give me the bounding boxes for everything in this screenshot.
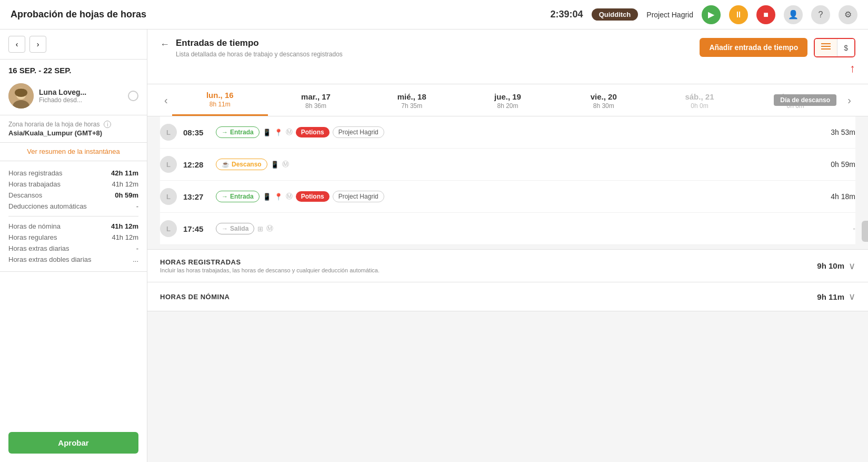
entry-tags-4: → Salida ⊞ Ⓜ bbox=[216, 223, 812, 234]
table-row: L 12:28 ☕ Descanso 📱 Ⓜ 0h 59m bbox=[160, 149, 855, 181]
day-hours-thu: 8h 20m bbox=[464, 102, 551, 110]
avatar: L bbox=[160, 156, 177, 173]
double-extra-value: ... bbox=[133, 255, 138, 263]
registered-label: Horas registradas bbox=[8, 169, 63, 177]
play-button[interactable]: ▶ bbox=[702, 5, 721, 24]
double-extra-label: Horas extras dobles diarias bbox=[8, 255, 92, 263]
back-arrow[interactable]: ← bbox=[160, 39, 169, 50]
info-icon: i bbox=[104, 121, 111, 128]
payroll-hours-row: Horas de nómina 41h 12m bbox=[8, 221, 138, 232]
registered-value: 42h 11m bbox=[111, 169, 138, 177]
daily-extra-row: Horas extras diarias - bbox=[8, 243, 138, 254]
page-title: Aprobación de hojas de horas bbox=[11, 9, 542, 20]
project-name: Project Hagrid bbox=[646, 11, 693, 19]
sidebar: ‹ › 16 SEP. - 22 SEP. Luna Loveg... Fich… bbox=[0, 30, 147, 462]
entry-time-1: 08:35 bbox=[183, 128, 209, 137]
content-header-info: Entradas de tiempo Lista detallada de ho… bbox=[176, 38, 693, 58]
next-week-button[interactable]: › bbox=[29, 36, 46, 53]
add-entry-button[interactable]: Añadir entrada de tiempo bbox=[700, 38, 807, 57]
svg-rect-5 bbox=[821, 43, 831, 44]
entry-duration-3: 4h 18m bbox=[819, 192, 855, 201]
entry-duration-2: 0h 59m bbox=[819, 160, 855, 169]
summary-header-payroll: HORAS DE NÓMINA 9h 11m ∨ bbox=[160, 291, 855, 302]
memo-icon-2: Ⓜ bbox=[282, 160, 289, 169]
user-info: Luna Loveg... Fichado desd... bbox=[39, 88, 123, 104]
day-col-wed[interactable]: mié., 18 7h 35m bbox=[364, 86, 460, 116]
expand-registered-button[interactable]: ∨ bbox=[849, 260, 855, 272]
stop-button[interactable]: ■ bbox=[756, 5, 775, 24]
registered-hours-row: Horas registradas 42h 11m bbox=[8, 168, 138, 179]
potions-tag-1: Potions bbox=[296, 127, 330, 137]
entry-duration-1: 3h 53m bbox=[819, 128, 855, 136]
day-nav-days: lun., 16 8h 11m mar., 17 8h 36m mié., 18… bbox=[172, 84, 844, 116]
entry-time-3: 13:27 bbox=[183, 192, 209, 201]
entry-type-entrada-2: → Entrada bbox=[216, 191, 260, 202]
dollar-icon: $ bbox=[844, 44, 848, 52]
svg-rect-7 bbox=[821, 48, 831, 50]
date-range: 16 SEP. - 22 SEP. bbox=[0, 60, 147, 79]
table-row: L 17:45 → Salida ⊞ Ⓜ - bbox=[160, 213, 855, 245]
mobile-icon-1: 📱 bbox=[263, 129, 271, 136]
avatar: L bbox=[160, 188, 177, 205]
view-toggle-group: $ bbox=[814, 38, 855, 57]
avatar bbox=[8, 83, 34, 109]
content-header: ← Entradas de tiempo Lista detallada de … bbox=[147, 30, 868, 84]
day-hours-wed: 7h 35m bbox=[368, 102, 455, 110]
entry-type-descanso: ☕ Descanso bbox=[216, 159, 267, 170]
day-name-wed: mié., 18 bbox=[368, 92, 455, 101]
prev-day-button[interactable]: ‹ bbox=[160, 90, 172, 111]
day-name-fri: vie., 20 bbox=[560, 92, 647, 101]
deductions-label: Deducciones automáticas bbox=[8, 202, 87, 210]
day-hours-fri: 8h 30m bbox=[560, 102, 647, 110]
location-icon-3: 📍 bbox=[274, 193, 283, 201]
avatar: L bbox=[160, 220, 177, 237]
day-col-thu[interactable]: jue., 19 8h 20m bbox=[460, 86, 555, 116]
sidebar-stats: Horas registradas 42h 11m Horas trabajad… bbox=[0, 161, 147, 272]
svg-rect-6 bbox=[821, 46, 831, 47]
day-col-sat[interactable]: sáb., 21 0h 0m bbox=[652, 86, 747, 116]
memo-icon-3: Ⓜ bbox=[286, 192, 293, 201]
breaks-row: Descansos 0h 59m bbox=[8, 190, 138, 201]
mobile-icon-3: 📱 bbox=[263, 193, 271, 201]
pause-button[interactable]: ⏸ bbox=[729, 5, 748, 24]
main-layout: ‹ › 16 SEP. - 22 SEP. Luna Loveg... Fich… bbox=[0, 30, 868, 462]
list-view-button[interactable] bbox=[815, 39, 837, 56]
snapshot-link[interactable]: Ver resumen de la instantánea bbox=[0, 143, 147, 161]
day-name-thu: jue., 19 bbox=[464, 92, 551, 101]
payroll-label: Horas de nómina bbox=[8, 222, 61, 230]
double-extra-row: Horas extras dobles diarias ... bbox=[8, 254, 138, 265]
user-name: Luna Loveg... bbox=[39, 88, 123, 96]
list-view-icon bbox=[821, 43, 831, 52]
settings-button[interactable]: ⚙ bbox=[839, 5, 857, 24]
day-hours-tue: 8h 36m bbox=[272, 102, 360, 110]
location-icon-1: 📍 bbox=[274, 129, 283, 136]
day-col-mon[interactable]: lun., 16 8h 11m bbox=[172, 84, 268, 116]
deductions-row: Deducciones automáticas - bbox=[8, 201, 138, 212]
day-col-tue[interactable]: mar., 17 8h 36m bbox=[268, 86, 364, 116]
prev-week-button[interactable]: ‹ bbox=[8, 36, 25, 53]
day-col-fri[interactable]: vie., 20 8h 30m bbox=[556, 86, 652, 116]
salida-arrow-icon: → bbox=[222, 225, 228, 232]
help-button[interactable]: ? bbox=[811, 5, 830, 24]
user-button[interactable]: 👤 bbox=[784, 5, 803, 24]
entry-time-4: 17:45 bbox=[183, 224, 209, 233]
day-name-sat: sáb., 21 bbox=[656, 92, 743, 101]
payroll-hours-summary: HORAS DE NÓMINA 9h 11m ∨ bbox=[147, 282, 868, 311]
mobile-icon-2: 📱 bbox=[271, 161, 279, 169]
day-hours-mon: 8h 11m bbox=[176, 101, 264, 108]
dollar-view-button[interactable]: $ bbox=[837, 39, 854, 56]
project-tag-1: Project Hagrid bbox=[333, 126, 384, 138]
day-navigation: ‹ lun., 16 8h 11m mar., 17 8h 36m mié., … bbox=[147, 84, 868, 116]
summary-info-registered: HORAS REGISTRADAS Incluir las horas trab… bbox=[160, 258, 380, 273]
project-badge: Quidditch bbox=[592, 8, 638, 21]
scrollbar-handle[interactable] bbox=[862, 221, 868, 242]
next-day-button[interactable]: › bbox=[843, 90, 855, 111]
entrada-arrow-icon: → bbox=[222, 129, 228, 136]
summary-subtitle-registered: Incluir las horas trabajadas, las horas … bbox=[160, 267, 380, 273]
entry-tags-2: ☕ Descanso 📱 Ⓜ bbox=[216, 159, 812, 170]
approve-button[interactable]: Aprobar bbox=[8, 432, 138, 454]
entry-dash-4: - bbox=[819, 224, 855, 233]
expand-payroll-button[interactable]: ∨ bbox=[849, 291, 855, 302]
regular-hours-row: Horas regulares 41h 12m bbox=[8, 232, 138, 243]
red-arrow-indicator: ↑ bbox=[850, 62, 855, 75]
